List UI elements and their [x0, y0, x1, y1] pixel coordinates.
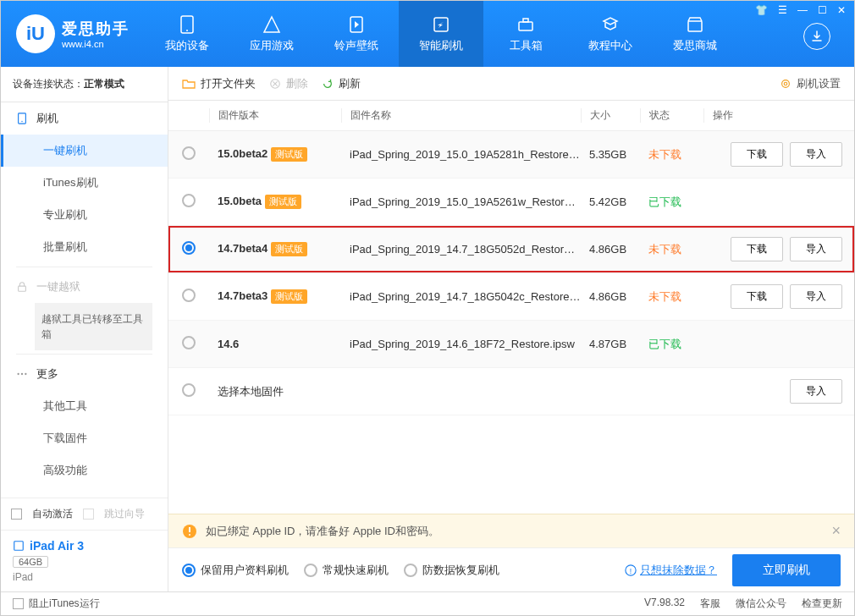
- device-name[interactable]: iPad Air 3: [30, 539, 84, 553]
- sidebar-item-other-tools[interactable]: 其他工具: [1, 390, 168, 422]
- sidebar-group-jailbreak: 一键越狱: [1, 271, 168, 303]
- firmware-size: 5.35GB: [581, 148, 640, 161]
- beta-tag: 测试版: [271, 242, 307, 256]
- info-icon: !: [625, 564, 637, 576]
- import-button[interactable]: 导入: [790, 142, 842, 167]
- menu-icon[interactable]: ☰: [778, 4, 787, 16]
- tutorial-icon: [600, 14, 621, 35]
- firmware-row[interactable]: 15.0beta测试版iPad_Spring_2019_15.0_19A5261…: [168, 179, 854, 226]
- sidebar-item-batch-flash[interactable]: 批量刷机: [1, 231, 168, 263]
- svg-point-11: [21, 373, 23, 375]
- delete-icon: [269, 78, 281, 90]
- firmware-version: 15.0beta测试版: [209, 195, 341, 209]
- auto-activate-checkbox[interactable]: [11, 509, 22, 520]
- refresh-button[interactable]: 刷新: [322, 76, 361, 91]
- firmware-row[interactable]: 14.6iPad_Spring_2019_14.6_18F72_Restore.…: [168, 321, 854, 368]
- sidebar-item-itunes-flash[interactable]: iTunes刷机: [1, 167, 168, 199]
- row-actions: 下载导入: [703, 284, 854, 309]
- nav-tab-device[interactable]: 我的设备: [145, 1, 229, 67]
- sidebar-item-pro-flash[interactable]: 专业刷机: [1, 199, 168, 231]
- local-firmware-label: 选择本地固件: [209, 384, 703, 399]
- open-folder-button[interactable]: 打开文件夹: [182, 76, 256, 91]
- sidebar-group-more[interactable]: 更多: [1, 358, 168, 390]
- window-controls: 👕 ☰ — ☐ ✕: [755, 4, 846, 16]
- import-button[interactable]: 导入: [790, 237, 842, 261]
- nav-tab-ring[interactable]: 铃声壁纸: [314, 1, 399, 67]
- import-button[interactable]: 导入: [790, 284, 842, 309]
- alert-close-button[interactable]: ×: [831, 522, 841, 540]
- logo-icon: iU: [16, 14, 55, 53]
- skip-guide-checkbox[interactable]: [83, 509, 94, 520]
- store-icon: [685, 14, 705, 35]
- download-button[interactable]: 下载: [731, 284, 783, 309]
- flash-opt-keep-data[interactable]: 保留用户资料刷机: [182, 563, 289, 578]
- svg-point-19: [189, 534, 190, 536]
- row-radio[interactable]: [182, 146, 196, 160]
- download-manager-button[interactable]: [803, 23, 830, 50]
- svg-rect-4: [519, 22, 532, 30]
- firmware-row[interactable]: 14.7beta4测试版iPad_Spring_2019_14.7_18G505…: [168, 226, 854, 273]
- folder-icon: [182, 77, 196, 91]
- nav-label: 爱思商城: [673, 38, 717, 53]
- footer-update[interactable]: 检查更新: [802, 597, 842, 611]
- nav-label: 智能刷机: [419, 38, 463, 53]
- firmware-row[interactable]: 选择本地固件导入: [168, 368, 854, 415]
- connection-status: 设备连接状态：正常模式: [1, 67, 168, 102]
- download-button[interactable]: 下载: [731, 142, 783, 167]
- row-radio[interactable]: [182, 383, 196, 397]
- nav-tab-tool[interactable]: 工具箱: [483, 1, 568, 67]
- sidebar-group-flash[interactable]: 刷机: [1, 102, 168, 135]
- sidebar-item-oneclick-flash[interactable]: 一键刷机: [1, 135, 168, 167]
- beta-tag: 测试版: [271, 289, 307, 304]
- nav-tab-flash[interactable]: 智能刷机: [399, 1, 483, 67]
- minimize-button[interactable]: —: [797, 4, 808, 16]
- svg-rect-9: [19, 286, 26, 291]
- block-itunes-checkbox[interactable]: [13, 598, 24, 609]
- firmware-name: iPad_Spring_2019_14.7_18G5042c_Restore.i…: [341, 290, 581, 303]
- close-button[interactable]: ✕: [837, 4, 846, 16]
- maximize-button[interactable]: ☐: [818, 4, 827, 16]
- firmware-row[interactable]: 14.7beta3测试版iPad_Spring_2019_14.7_18G504…: [168, 273, 854, 321]
- beta-tag: 测试版: [265, 195, 301, 209]
- footer-service[interactable]: 客服: [700, 597, 720, 611]
- sidebar: 设备连接状态：正常模式 刷机 一键刷机 iTunes刷机 专业刷机 批量刷机 一…: [1, 67, 168, 591]
- tool-icon: [516, 14, 536, 35]
- row-radio[interactable]: [182, 336, 196, 349]
- refresh-icon: [322, 78, 334, 90]
- nav-tab-tutorial[interactable]: 教程中心: [568, 1, 653, 67]
- tshirt-icon[interactable]: 👕: [755, 4, 768, 16]
- auto-activate-label: 自动激活: [32, 507, 73, 521]
- firmware-name: iPad_Spring_2019_15.0_19A5261w_Restore.i…: [341, 195, 581, 208]
- firmware-version: 14.6: [209, 338, 341, 350]
- footer-version: V7.98.32: [644, 597, 685, 611]
- row-actions: 下载导入: [703, 142, 854, 167]
- flash-opt-anti-recover[interactable]: 防数据恢复刷机: [404, 563, 499, 578]
- nav-label: 工具箱: [510, 38, 543, 53]
- col-version: 固件版本: [209, 108, 341, 123]
- flash-now-button[interactable]: 立即刷机: [732, 554, 841, 586]
- appleid-alert: 如已绑定 Apple ID，请准备好 Apple ID和密码。 ×: [168, 514, 854, 547]
- auto-activate-bar: 自动激活 跳过向导: [1, 498, 168, 530]
- row-radio[interactable]: [182, 241, 196, 255]
- sidebar-item-advanced[interactable]: 高级功能: [1, 454, 168, 487]
- skip-guide-label: 跳过向导: [104, 507, 145, 521]
- erase-data-link[interactable]: ! 只想抹除数据？: [625, 563, 717, 578]
- svg-text:!: !: [630, 566, 632, 575]
- download-button[interactable]: 下载: [731, 237, 783, 261]
- firmware-row[interactable]: 15.0beta2测试版iPad_Spring_2019_15.0_19A528…: [168, 131, 854, 179]
- firmware-status: 已下载: [640, 195, 703, 210]
- svg-point-8: [21, 121, 22, 122]
- row-radio[interactable]: [182, 289, 196, 302]
- nav-tab-store[interactable]: 爱思商城: [653, 1, 737, 67]
- footer-wechat[interactable]: 微信公众号: [736, 597, 786, 611]
- flash-opt-fast[interactable]: 常规快速刷机: [304, 563, 389, 578]
- dots-icon: [16, 368, 28, 380]
- svg-rect-6: [688, 21, 702, 31]
- firmware-table: 15.0beta2测试版iPad_Spring_2019_15.0_19A528…: [168, 131, 854, 415]
- footer: 阻止iTunes运行 V7.98.32 客服 微信公众号 检查更新: [1, 591, 854, 615]
- import-button[interactable]: 导入: [790, 379, 842, 404]
- nav-tab-app[interactable]: 应用游戏: [229, 1, 314, 67]
- sidebar-item-download-firmware[interactable]: 下载固件: [1, 422, 168, 454]
- flash-settings-button[interactable]: 刷机设置: [780, 76, 841, 91]
- row-radio[interactable]: [182, 194, 196, 207]
